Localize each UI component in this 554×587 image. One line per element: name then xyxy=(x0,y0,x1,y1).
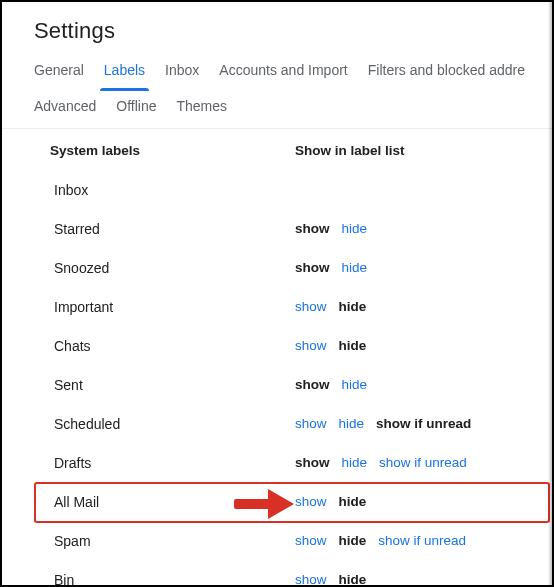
action-hide[interactable]: hide xyxy=(342,221,368,236)
label-name: Starred xyxy=(50,221,295,237)
action-hide: hide xyxy=(339,299,367,314)
action-show[interactable]: show xyxy=(295,416,327,431)
action-show_if_unread[interactable]: show if unread xyxy=(379,455,467,470)
label-name: Chats xyxy=(50,338,295,354)
label-name: All Mail xyxy=(50,494,295,510)
table-body: InboxStarredshowhideSnoozedshowhideImpor… xyxy=(50,170,552,587)
action-show: show xyxy=(295,455,330,470)
label-actions: showhide xyxy=(295,494,552,509)
table-row: Starredshowhide xyxy=(50,209,552,248)
action-hide: hide xyxy=(339,494,367,509)
label-actions: showhide xyxy=(295,299,552,314)
action-show: show xyxy=(295,221,330,236)
header-show-in-list: Show in label list xyxy=(295,143,552,158)
settings-tabs: GeneralLabelsInboxAccounts and ImportFil… xyxy=(2,52,552,129)
tab-general[interactable]: General xyxy=(34,52,94,90)
table-header: System labels Show in label list xyxy=(50,129,552,170)
action-hide[interactable]: hide xyxy=(342,377,368,392)
label-name: Important xyxy=(50,299,295,315)
action-hide: hide xyxy=(339,533,367,548)
table-row: Draftsshowhideshow if unread xyxy=(50,443,552,482)
action-hide[interactable]: hide xyxy=(342,455,368,470)
header-system-labels: System labels xyxy=(50,143,295,158)
label-actions: showhide xyxy=(295,377,552,392)
table-row: Chatsshowhide xyxy=(50,326,552,365)
action-show[interactable]: show xyxy=(295,299,327,314)
action-hide[interactable]: hide xyxy=(339,416,365,431)
label-actions: showhideshow if unread xyxy=(295,455,552,470)
label-name: Sent xyxy=(50,377,295,393)
table-row: Binshowhide xyxy=(50,560,552,587)
action-show[interactable]: show xyxy=(295,533,327,548)
label-name: Scheduled xyxy=(50,416,295,432)
label-name: Bin xyxy=(50,572,295,588)
tab-labels[interactable]: Labels xyxy=(94,52,155,90)
action-hide[interactable]: hide xyxy=(342,260,368,275)
table-row: Importantshowhide xyxy=(50,287,552,326)
label-actions: showhide xyxy=(295,338,552,353)
action-show: show xyxy=(295,377,330,392)
system-labels-section: System labels Show in label list InboxSt… xyxy=(2,129,552,587)
tab-advanced[interactable]: Advanced xyxy=(34,90,106,128)
action-show[interactable]: show xyxy=(295,338,327,353)
action-show_if_unread[interactable]: show if unread xyxy=(378,533,466,548)
action-show[interactable]: show xyxy=(295,572,327,587)
tab-themes[interactable]: Themes xyxy=(167,90,238,128)
tab-filters[interactable]: Filters and blocked addre xyxy=(358,52,535,90)
label-actions: showhide xyxy=(295,260,552,275)
label-name: Drafts xyxy=(50,455,295,471)
table-row: Snoozedshowhide xyxy=(50,248,552,287)
action-hide: hide xyxy=(339,338,367,353)
table-row: Spamshowhideshow if unread xyxy=(50,521,552,560)
table-row: Scheduledshowhideshow if unread xyxy=(50,404,552,443)
label-name: Spam xyxy=(50,533,295,549)
action-hide: hide xyxy=(339,572,367,587)
tab-accounts[interactable]: Accounts and Import xyxy=(209,52,357,90)
table-row: Sentshowhide xyxy=(50,365,552,404)
label-actions: showhideshow if unread xyxy=(295,416,552,431)
action-show_if_unread: show if unread xyxy=(376,416,471,431)
label-actions: showhideshow if unread xyxy=(295,533,552,548)
label-actions: showhide xyxy=(295,572,552,587)
label-name: Inbox xyxy=(50,182,295,198)
action-show[interactable]: show xyxy=(295,494,327,509)
tab-offline[interactable]: Offline xyxy=(106,90,166,128)
table-row: Inbox xyxy=(50,170,552,209)
action-show: show xyxy=(295,260,330,275)
tabs-row-2: AdvancedOfflineThemes xyxy=(34,90,552,128)
label-actions: showhide xyxy=(295,221,552,236)
tabs-row-1: GeneralLabelsInboxAccounts and ImportFil… xyxy=(34,52,552,90)
tab-inbox[interactable]: Inbox xyxy=(155,52,209,90)
page-title: Settings xyxy=(2,2,552,52)
settings-panel: Settings GeneralLabelsInboxAccounts and … xyxy=(0,0,554,587)
label-name: Snoozed xyxy=(50,260,295,276)
table-row: All Mailshowhide xyxy=(50,482,552,521)
